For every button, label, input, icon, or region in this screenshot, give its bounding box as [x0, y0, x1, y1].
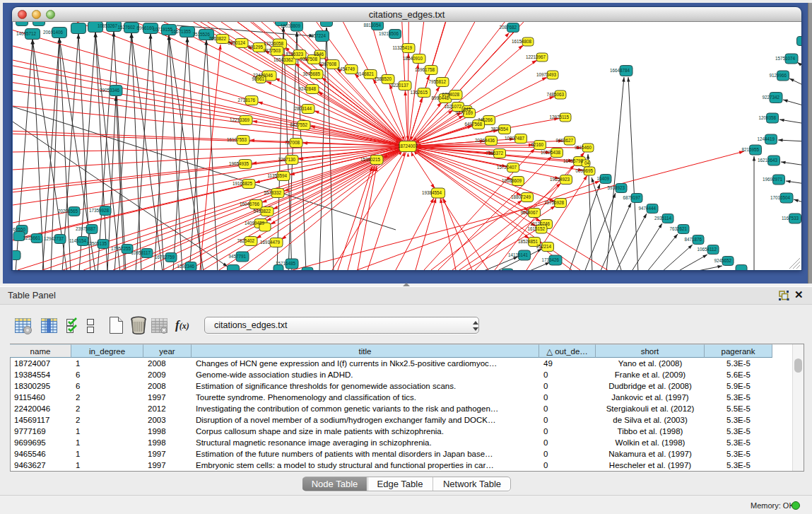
svg-text:9463627: 9463627	[555, 138, 573, 143]
svg-text:16961758: 16961758	[415, 67, 435, 72]
svg-text:1244419: 1244419	[757, 136, 775, 141]
svg-text:9327508: 9327508	[300, 57, 317, 62]
svg-text:16648784: 16648784	[610, 68, 630, 73]
svg-text:29053346: 29053346	[100, 88, 120, 93]
svg-text:16107553: 16107553	[227, 137, 247, 142]
svg-text:19756928: 19756928	[544, 200, 565, 205]
svg-text:3675685: 3675685	[302, 71, 320, 76]
svg-text:16782759: 16782759	[155, 255, 175, 259]
svg-text:7625402: 7625402	[237, 238, 254, 243]
svg-text:11325419: 11325419	[392, 45, 412, 50]
svg-text:15716485: 15716485	[276, 261, 296, 266]
svg-text:8813054: 8813054	[363, 23, 381, 28]
svg-text:9777169: 9777169	[455, 110, 473, 115]
svg-text:1362615: 1362615	[410, 90, 428, 95]
svg-text:9827503: 9827503	[263, 48, 281, 53]
svg-text:9474444: 9474444	[638, 206, 656, 211]
svg-text:2718176: 2718176	[237, 98, 255, 103]
svg-text:10688609: 10688609	[502, 178, 522, 183]
svg-text:1527602: 1527602	[117, 25, 135, 30]
svg-text:16033809: 16033809	[281, 23, 301, 28]
svg-text:8215955: 8215955	[741, 147, 759, 152]
svg-text:9684067: 9684067	[520, 210, 538, 215]
svg-text:6879197: 6879197	[623, 195, 640, 200]
svg-text:891295: 891295	[248, 45, 264, 49]
svg-text:17016504: 17016504	[770, 195, 791, 200]
svg-text:1209358: 1209358	[758, 115, 776, 120]
svg-text:20364436: 20364436	[475, 138, 495, 143]
svg-text:7485063: 7485063	[546, 92, 564, 97]
svg-text:9227342: 9227342	[762, 95, 779, 100]
svg-text:19654935: 19654935	[229, 161, 249, 166]
svg-text:20206565: 20206565	[58, 209, 78, 214]
svg-text:2935114: 2935114	[654, 216, 672, 221]
svg-text:7515526: 7515526	[192, 32, 210, 37]
svg-text:9457791: 9457791	[228, 254, 246, 259]
svg-text:10719155: 10719155	[153, 27, 173, 32]
svg-text:6794028: 6794028	[442, 92, 459, 97]
svg-text:18807249: 18807249	[511, 194, 531, 199]
svg-text:7386372: 7386372	[486, 151, 503, 156]
svg-text:15751074: 15751074	[775, 56, 796, 61]
svg-text:10654112: 10654112	[697, 247, 717, 252]
svg-text:23975887: 23975887	[76, 226, 96, 231]
svg-text:19166825: 19166825	[233, 181, 253, 186]
svg-text:16671355: 16671355	[171, 29, 192, 34]
svg-text:9242848: 9242848	[298, 86, 316, 91]
svg-text:2803144: 2803144	[294, 106, 312, 111]
svg-text:1215661: 1215661	[23, 235, 40, 240]
svg-text:14136141: 14136141	[508, 252, 529, 257]
svg-text:0099695: 0099695	[575, 168, 593, 173]
svg-text:16914479: 16914479	[260, 240, 281, 245]
svg-text:8220137: 8220137	[391, 83, 408, 88]
svg-text:20691406: 20691406	[43, 30, 64, 35]
svg-text:14099489: 14099489	[245, 221, 265, 226]
svg-text:10120746: 10120746	[530, 221, 551, 226]
svg-text:19654923: 19654923	[550, 177, 570, 182]
svg-text:8960124: 8960124	[228, 40, 245, 45]
svg-text:15300215: 15300215	[360, 157, 381, 162]
svg-text:1615152: 1615152	[527, 226, 545, 231]
svg-text:16543362: 16543362	[273, 57, 294, 62]
svg-text:98961: 98961	[252, 76, 264, 81]
svg-text:13226058: 13226058	[264, 41, 284, 46]
svg-text:8186323: 8186323	[286, 52, 303, 57]
svg-text:252214: 252214	[536, 244, 552, 249]
svg-text:6497568: 6497568	[464, 122, 482, 127]
svg-text:17359928: 17359928	[89, 208, 110, 213]
svg-text:10853267: 10853267	[98, 23, 118, 28]
svg-text:10025438: 10025438	[541, 150, 561, 155]
svg-text:3267130: 3267130	[278, 157, 295, 162]
svg-text:19218506: 19218506	[379, 31, 399, 36]
svg-text:2087682: 2087682	[499, 25, 517, 30]
svg-text:18640910: 18640910	[403, 56, 423, 61]
svg-text:8471876: 8471876	[684, 237, 702, 242]
svg-text:12505135: 12505135	[87, 241, 107, 246]
svg-text:9129966: 9129966	[769, 73, 787, 78]
svg-text:7955812: 7955812	[428, 79, 446, 84]
svg-text:12942737: 12942737	[44, 236, 64, 241]
svg-text:1621072: 1621072	[444, 104, 461, 109]
svg-text:11353594: 11353594	[267, 173, 287, 178]
svg-text:18524851: 18524851	[518, 239, 539, 244]
svg-text:16210643: 16210643	[758, 158, 778, 163]
svg-text:1292346: 1292346	[177, 264, 194, 269]
svg-text:9115460: 9115460	[575, 145, 592, 150]
svg-text:6966160: 6966160	[136, 25, 154, 30]
svg-text:3824554: 3824554	[490, 127, 508, 132]
svg-text:15720407: 15720407	[497, 165, 517, 170]
svg-text:16154808: 16154808	[512, 39, 532, 44]
svg-text:16409: 16409	[596, 176, 609, 181]
svg-text:16495798: 16495798	[563, 158, 584, 163]
svg-text:26260550: 26260550	[13, 227, 25, 232]
svg-text:7357224: 7357224	[308, 33, 326, 38]
svg-text:1546: 1546	[314, 52, 324, 57]
svg-text:18724007: 18724007	[398, 144, 418, 148]
svg-text:17957255: 17957255	[111, 246, 131, 251]
svg-text:5493822: 5493822	[253, 209, 271, 214]
svg-text:10958117: 10958117	[131, 250, 151, 255]
svg-text:2367608: 2367608	[319, 62, 336, 66]
svg-text:16046766: 16046766	[240, 201, 260, 206]
svg-text:19692971: 19692971	[763, 177, 783, 182]
svg-text:12975115: 12975115	[549, 115, 569, 119]
